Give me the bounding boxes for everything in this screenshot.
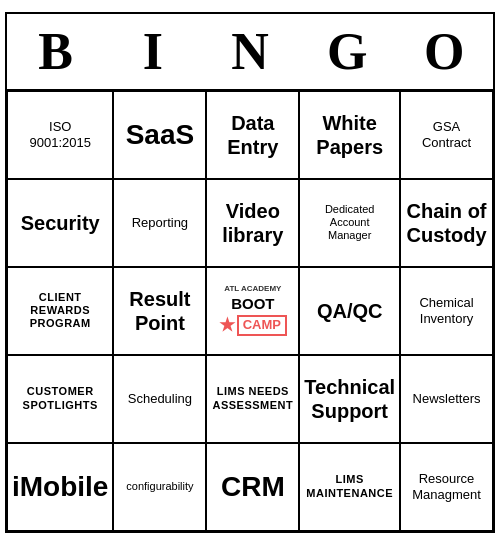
bingo-cell-21: configurability [113,443,206,531]
bingo-cell-3: White Papers [299,91,400,179]
bingo-cell-19: Newsletters [400,355,493,443]
bingo-cell-5: Security [7,179,113,267]
cell-text-10: CLIENT REWARDS PROGRAM [30,291,91,331]
cell-text-21: configurability [126,480,193,493]
cell-text-4: GSA Contract [422,119,471,150]
bootcamp-logo: ATL ACADEMY BOOT ★ CAMP [219,284,287,337]
letter-o: O [400,22,488,81]
letter-n: N [206,22,294,81]
cell-text-13: QA/QC [317,299,383,323]
cell-text-2: Data Entry [227,111,278,159]
letter-i: I [109,22,197,81]
cell-text-18: Technical Support [304,375,395,423]
bingo-cell-7: Video library [206,179,299,267]
bingo-header: B I N G O [7,14,493,91]
bingo-cell-4: GSA Contract [400,91,493,179]
cell-text-8: Dedicated Account Manager [325,203,375,243]
cell-text-24: Resource Managment [412,471,481,502]
cell-text-15: CUSTOMER SPOTLIGHTS [23,385,98,411]
letter-b: B [12,22,100,81]
bingo-grid: ISO 9001:2015SaaSData EntryWhite PapersG… [7,91,493,531]
bingo-cell-2: Data Entry [206,91,299,179]
bingo-cell-9: Chain of Custody [400,179,493,267]
bingo-cell-12: ATL ACADEMY BOOT ★ CAMP [206,267,299,355]
cell-text-1: SaaS [126,118,195,152]
bingo-cell-14: Chemical Inventory [400,267,493,355]
bingo-cell-18: Technical Support [299,355,400,443]
bingo-cell-16: Scheduling [113,355,206,443]
cell-text-3: White Papers [316,111,383,159]
cell-text-7: Video library [222,199,283,247]
bingo-cell-11: Result Point [113,267,206,355]
cell-text-22: CRM [221,470,285,504]
bingo-cell-10: CLIENT REWARDS PROGRAM [7,267,113,355]
letter-g: G [303,22,391,81]
cell-text-0: ISO 9001:2015 [30,119,91,150]
cell-text-14: Chemical Inventory [419,295,473,326]
bingo-cell-0: ISO 9001:2015 [7,91,113,179]
bingo-cell-1: SaaS [113,91,206,179]
cell-text-16: Scheduling [128,391,192,407]
cell-text-17: LIMS NEEDS ASSESSMENT [212,385,293,411]
bingo-cell-20: iMobile [7,443,113,531]
cell-text-11: Result Point [129,287,190,335]
cell-text-20: iMobile [12,470,108,504]
bingo-cell-17: LIMS NEEDS ASSESSMENT [206,355,299,443]
cell-text-5: Security [21,211,100,235]
cell-text-6: Reporting [132,215,188,231]
cell-text-19: Newsletters [413,391,481,407]
bingo-card: B I N G O ISO 9001:2015SaaSData EntryWhi… [5,12,495,533]
cell-text-9: Chain of Custody [407,199,487,247]
bingo-cell-13: QA/QC [299,267,400,355]
bingo-cell-23: LIMS MAINTENANCE [299,443,400,531]
bingo-cell-8: Dedicated Account Manager [299,179,400,267]
bingo-cell-22: CRM [206,443,299,531]
bingo-cell-15: CUSTOMER SPOTLIGHTS [7,355,113,443]
bingo-cell-24: Resource Managment [400,443,493,531]
cell-text-23: LIMS MAINTENANCE [306,473,393,499]
bingo-cell-6: Reporting [113,179,206,267]
